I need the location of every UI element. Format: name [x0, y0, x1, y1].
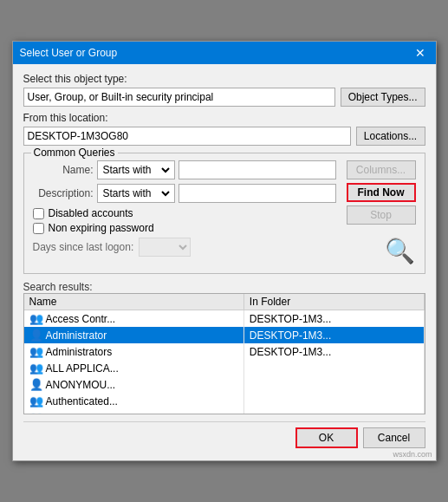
search-icon-area: 🔍: [347, 228, 416, 266]
cell-name: 👥Access Contr...: [24, 310, 244, 328]
cell-name: 👥Authenticated...: [24, 393, 244, 409]
location-input[interactable]: [23, 127, 351, 146]
name-condition-select[interactable]: Starts with: [100, 163, 172, 177]
name-row: Name: Starts with: [33, 160, 336, 179]
cell-folder: DESKTOP-1M3...: [243, 327, 424, 343]
columns-button[interactable]: Columns...: [347, 160, 416, 179]
table-row[interactable]: 👥ALL APPLICA...: [24, 360, 425, 376]
row-icon: 👤ANONYMOU...: [29, 378, 116, 391]
row-icon: 👥Authenticated...: [29, 394, 118, 407]
cell-folder: DESKTOP-1M3...: [243, 343, 424, 360]
non-expiring-row: Non expiring password: [33, 222, 336, 234]
locations-button[interactable]: Locations...: [356, 127, 425, 146]
select-user-or-group-dialog: Select User or Group ✕ Select this objec…: [12, 41, 437, 461]
user-type-icon: 👤: [29, 329, 43, 342]
col-folder[interactable]: In Folder: [243, 294, 424, 310]
table-row[interactable]: 👥Authenticatio...: [24, 409, 425, 414]
non-expiring-label: Non expiring password: [49, 222, 154, 234]
object-types-button[interactable]: Object Types...: [341, 88, 425, 107]
user-type-icon: 👥: [29, 411, 43, 414]
days-label: Days since last logon:: [33, 241, 134, 253]
cancel-button[interactable]: Cancel: [363, 427, 425, 448]
disabled-accounts-row: Disabled accounts: [33, 207, 336, 219]
location-row: Locations...: [23, 127, 425, 146]
cell-name: 👤Administrator: [24, 327, 244, 343]
row-icon: 👥ALL APPLICA...: [29, 362, 119, 375]
table-row[interactable]: 👥Authenticated...: [24, 393, 425, 409]
non-expiring-checkbox[interactable]: [33, 223, 44, 234]
table-header: Name In Folder: [24, 294, 425, 310]
search-decorative-icon: 🔍: [385, 235, 416, 266]
description-row: Description: Starts with: [33, 184, 336, 203]
watermark: wsxdn.com: [393, 450, 432, 459]
table-row[interactable]: 👥Access Contr...DESKTOP-1M3...: [24, 310, 425, 328]
disabled-accounts-checkbox[interactable]: [33, 208, 44, 219]
table-row[interactable]: 👥AdministratorsDESKTOP-1M3...: [24, 343, 425, 360]
user-type-icon: 👤: [29, 378, 43, 391]
common-queries-group: Common Queries Name: Starts with: [23, 153, 425, 274]
right-buttons: Columns... Find Now Stop 🔍: [347, 160, 416, 266]
user-type-icon: 👥: [29, 345, 43, 358]
dialog-title: Select User or Group: [20, 47, 118, 59]
object-type-row: Object Types...: [23, 88, 425, 107]
user-type-icon: 👥: [29, 394, 43, 407]
main-content: Name: Starts with Description:: [33, 160, 416, 266]
days-combo[interactable]: [139, 238, 191, 257]
dialog-body: Select this object type: Object Types...…: [13, 64, 436, 460]
object-type-input[interactable]: [23, 88, 335, 107]
cell-name: 👥Administrators: [24, 343, 244, 360]
name-input[interactable]: [179, 160, 336, 179]
cell-folder: [243, 409, 424, 414]
results-table: Name In Folder 👥Access Contr...DESKTOP-1…: [24, 294, 425, 414]
name-label: Name:: [33, 164, 94, 176]
cell-name: 👥ALL APPLICA...: [24, 360, 244, 376]
search-results-section: Search results: Name In Folder 👥Access C…: [23, 281, 425, 414]
user-type-icon: 👥: [29, 312, 43, 325]
row-icon: 👥Access Contr...: [29, 312, 116, 325]
table-body: 👥Access Contr...DESKTOP-1M3...👤Administr…: [24, 310, 425, 415]
name-starts-with-combo[interactable]: Starts with: [97, 160, 175, 179]
close-button[interactable]: ✕: [412, 47, 429, 59]
common-queries-label: Common Queries: [31, 147, 118, 159]
row-icon: 👤Administrator: [29, 329, 107, 342]
location-label: From this location:: [23, 112, 425, 124]
cell-folder: [243, 393, 424, 409]
title-bar: Select User or Group ✕: [13, 42, 436, 64]
table-row[interactable]: 👤ANONYMOU...: [24, 376, 425, 393]
find-now-button[interactable]: Find Now: [347, 183, 416, 202]
bottom-buttons: OK Cancel: [23, 421, 425, 452]
results-table-container[interactable]: Name In Folder 👥Access Contr...DESKTOP-1…: [23, 293, 425, 414]
search-results-label: Search results:: [23, 281, 93, 293]
object-type-label: Select this object type:: [23, 73, 425, 85]
row-icon: 👥Administrators: [29, 345, 113, 358]
cell-name: 👥Authenticatio...: [24, 409, 244, 414]
cell-folder: [243, 360, 424, 376]
stop-button[interactable]: Stop: [347, 205, 416, 225]
col-name[interactable]: Name: [24, 294, 244, 310]
cell-folder: [243, 376, 424, 393]
table-row[interactable]: 👤AdministratorDESKTOP-1M3...: [24, 327, 425, 343]
ok-button[interactable]: OK: [295, 427, 358, 448]
row-icon: 👥Authenticatio...: [29, 411, 114, 414]
disabled-accounts-label: Disabled accounts: [49, 207, 133, 219]
cell-folder: DESKTOP-1M3...: [243, 310, 424, 328]
description-condition-select[interactable]: Starts with: [100, 186, 172, 200]
days-row: Days since last logon:: [33, 238, 336, 257]
description-input[interactable]: [179, 184, 336, 203]
cell-name: 👤ANONYMOU...: [24, 376, 244, 393]
user-type-icon: 👥: [29, 362, 43, 375]
description-label: Description:: [33, 187, 94, 199]
description-starts-with-combo[interactable]: Starts with: [97, 184, 175, 203]
left-content: Name: Starts with Description:: [33, 160, 336, 266]
